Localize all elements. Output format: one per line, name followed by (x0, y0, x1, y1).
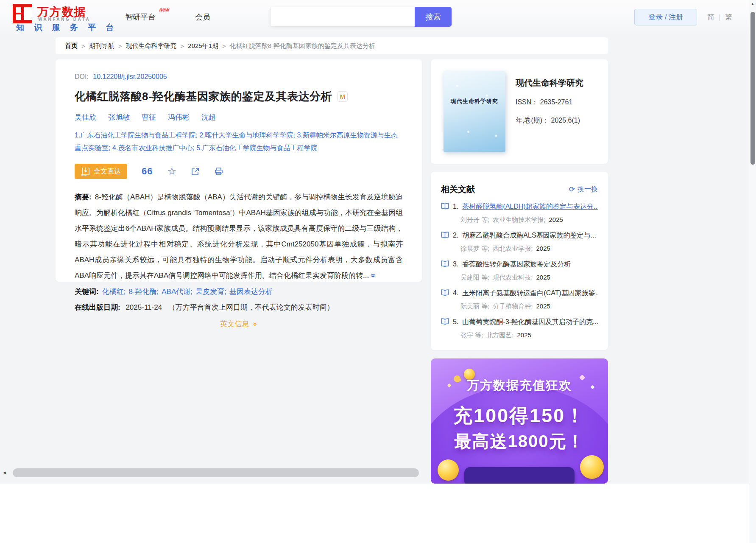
related-item-number: 4. (453, 288, 458, 298)
related-item-authors: 阮美丽 等; (460, 302, 489, 311)
pubdate-label: 在线出版日期: (75, 303, 120, 311)
english-info-toggle[interactable]: 英文信息 » (75, 319, 403, 329)
related-item-year: 2025 (517, 331, 531, 339)
pubdate-value: 2025-11-24 (126, 303, 162, 311)
horizontal-scrollbar-thumb[interactable] (13, 468, 419, 477)
abstract-paragraph: 摘要:8-羟化酶（ABAH）是植物脱落酸（ABA）失活代谢的关键酶，参与调控植物… (75, 189, 403, 283)
volume-label: 年,卷(期)： (516, 117, 549, 124)
title-row: 化橘红脱落酸8-羟化酶基因家族的鉴定及其表达分析 M (75, 89, 403, 104)
brand-name-en: WANFANG DATA (38, 17, 90, 22)
related-item-year: 2025 (536, 245, 550, 253)
author-link[interactable]: 沈超 (201, 112, 216, 122)
related-item-journal: 北方园艺; (486, 331, 513, 339)
author-link[interactable]: 冯伟彬 (168, 112, 190, 122)
doi-link[interactable]: 10.12208/j.jlsr.20250005 (93, 73, 167, 80)
search-bar: 搜索 (270, 7, 452, 27)
keyword-link[interactable]: ABA代谢; (162, 287, 192, 297)
fulltext-button-label: 全文直达 (94, 167, 121, 176)
related-item: 5. 山葡萄黄烷酮-3-羟化酶基因及其启动子的克... 张宇 等; 北方园艺; … (441, 317, 598, 339)
vertical-scrollbar-thumb[interactable] (750, 12, 755, 165)
related-item-title-row: 1. 茶树醛脱氢酶(ALDH)超家族的鉴定与表达分... (441, 202, 598, 212)
related-item-journal: 分子植物育种; (493, 302, 533, 311)
nav-item-member[interactable]: 会员 (195, 12, 210, 22)
lang-traditional[interactable]: 繁 (725, 12, 732, 22)
print-icon[interactable] (214, 167, 223, 176)
article-actions: free 全文直达 66 ☆ (75, 164, 403, 179)
vertical-scrollbar[interactable]: ▲ (749, 0, 756, 543)
coin-icon (580, 455, 604, 479)
doi-label: DOI: (75, 73, 89, 80)
keywords-label: 关键词: (75, 287, 99, 297)
related-item-number: 5. (453, 317, 458, 327)
lang-simplified[interactable]: 简 (707, 12, 714, 22)
journal-info-card: 现代生命科学研究 现代生命科学研究 ISSN： 2635-2761 年,卷(期)… (431, 59, 608, 164)
scroll-left-arrow-icon[interactable]: ◄ (2, 470, 7, 475)
journal-volume-row: 年,卷(期)： 2025,6(1) (516, 116, 583, 125)
refresh-label: 换一换 (577, 185, 598, 194)
related-item-number: 2. (453, 231, 458, 240)
breadcrumb-journal[interactable]: 现代生命科学研究 (126, 42, 177, 50)
login-register-button[interactable]: 登录 / 注册 (634, 9, 697, 25)
banner-offer-line1: 充100得150！ (431, 403, 608, 428)
nav-item-label: 智研平台 (125, 13, 156, 21)
page-canvas: 万方数据 WANFANG DATA 知 识 服 务 平 台 智研平台 new 会… (0, 0, 756, 543)
coin-icon (438, 459, 459, 481)
lang-divider: | (719, 13, 720, 22)
author-link[interactable]: 张旭敏 (108, 112, 130, 122)
banner-headline: 万方数据充值狂欢 (431, 377, 608, 394)
related-item-title[interactable]: 茶树醛脱氢酶(ALDH)超家族的鉴定与表达分... (462, 202, 598, 211)
related-item-authors: 吴建阳 等; (460, 274, 489, 282)
journal-name-link[interactable]: 现代生命科学研究 (516, 77, 583, 89)
refresh-related-button[interactable]: ⟳ 换一换 (569, 185, 598, 194)
recharge-promo-banner[interactable]: 万方数据充值狂欢 充100得150！ 最高送1800元！ (431, 358, 608, 484)
breadcrumb-home[interactable]: 首页 (65, 42, 78, 50)
banner-cta-button[interactable] (464, 467, 575, 484)
related-item-year: 2025 (549, 216, 563, 224)
m-badge-letter: M (340, 93, 345, 100)
related-item-meta: 阮美丽 等; 分子植物育种; 2025 (460, 302, 598, 311)
related-item-title-row: 5. 山葡萄黄烷酮-3-羟化酶基因及其启动子的克... (441, 317, 598, 327)
page-bottom-area (0, 484, 756, 543)
author-link[interactable]: 曹征 (142, 112, 156, 122)
abstract-label: 摘要: (75, 193, 92, 201)
search-input[interactable] (270, 7, 415, 27)
new-badge: new (159, 7, 169, 13)
expand-abstract-chevron-icon[interactable]: » (365, 273, 381, 277)
keywords-row: 关键词: 化橘红; 8-羟化酶; ABA代谢; 果皮发育; 基因表达分析 (75, 287, 403, 297)
favorite-star-icon[interactable]: ☆ (167, 165, 176, 177)
expand-english-chevron-icon: » (251, 322, 259, 326)
search-button[interactable]: 搜索 (415, 7, 452, 27)
author-link[interactable]: 吴佳欣 (75, 112, 96, 122)
brand-subtitle: 知 识 服 务 平 台 (16, 22, 117, 33)
related-item-title[interactable]: 胡麻乙酰乳酸合成酶ALS基因家族的鉴定与... (462, 231, 596, 240)
breadcrumb: 首页 > 期刊导航 > 现代生命科学研究 > 2025年1期 > 化橘红脱落酸8… (56, 37, 608, 54)
volume-value: 2025,6(1) (551, 117, 580, 124)
cite-quote-icon[interactable]: 66 (142, 166, 153, 177)
related-item-number: 1. (453, 202, 458, 211)
keyword-link[interactable]: 果皮发育; (195, 287, 226, 297)
keyword-link[interactable]: 基因表达分析 (229, 287, 273, 297)
banner-offer-line2: 最高送1800元！ (431, 430, 608, 453)
journal-cover[interactable]: 现代生命科学研究 (444, 71, 505, 152)
breadcrumb-journal-nav[interactable]: 期刊导航 (89, 42, 114, 50)
metrics-m-badge-icon[interactable]: M (337, 91, 348, 102)
breadcrumb-separator: > (222, 42, 226, 50)
english-info-label: 英文信息 (220, 320, 249, 328)
scroll-up-arrow-icon[interactable]: ▲ (749, 2, 756, 6)
keyword-link[interactable]: 化橘红; (102, 287, 126, 297)
affiliations-text[interactable]: 1.广东石油化工学院生物与食品工程学院; 2.喀什大学生命与地理科学学院; 3.… (75, 129, 403, 154)
keyword-link[interactable]: 8-羟化酶; (128, 287, 159, 297)
journal-info: 现代生命科学研究 ISSN： 2635-2761 年,卷(期)： 2025,6(… (516, 77, 583, 125)
online-pubdate-row: 在线出版日期: 2025-11-24 （万方平台首次上网日期，不代表论文的发表时… (75, 302, 403, 312)
nav-item-research-platform[interactable]: 智研平台 new (125, 12, 156, 22)
share-icon[interactable] (191, 167, 200, 176)
related-item-title[interactable]: 香蕉酸性转化酶基因家族鉴定及分析 (462, 260, 571, 269)
wanfang-logo-icon[interactable] (13, 4, 32, 23)
related-item: 3. 香蕉酸性转化酶基因家族鉴定及分析 吴建阳 等; 现代农业科技; 2025 (441, 260, 598, 282)
authors-row: 吴佳欣 张旭敏 曹征 冯伟彬 沈超 (75, 112, 403, 122)
breadcrumb-issue[interactable]: 2025年1期 (188, 42, 218, 50)
related-item-title[interactable]: 山葡萄黄烷酮-3-羟化酶基因及其启动子的克... (462, 317, 598, 327)
related-item-authors: 张宇 等; (460, 331, 483, 339)
fulltext-access-button[interactable]: free 全文直达 (75, 164, 127, 179)
related-item-title[interactable]: 玉米阳离子氨基酸转运蛋白(CAT)基因家族鉴... (462, 288, 598, 298)
